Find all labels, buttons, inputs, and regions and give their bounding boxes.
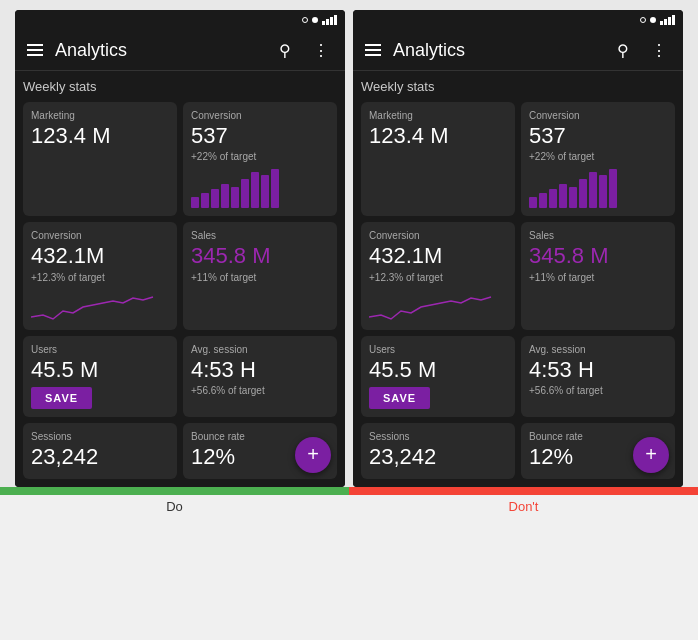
users-value-dont: 45.5 M: [369, 357, 507, 383]
sessions-label-dont: Sessions: [369, 431, 507, 442]
avg-session-label-dont: Avg. session: [529, 344, 667, 355]
dont-section: Don't: [349, 487, 698, 518]
avg-session-label-do: Avg. session: [191, 344, 329, 355]
app-bar-dont: Analytics ⚲ ⋮: [353, 30, 683, 71]
do-section: Do: [0, 487, 349, 518]
search-icon-dont[interactable]: ⚲: [611, 38, 635, 62]
avg-session-subtitle-dont: +56.6% of target: [529, 385, 667, 396]
phone-do: Analytics ⚲ ⋮ Weekly stats Marketing 123…: [15, 10, 345, 487]
save-button-do[interactable]: SAVE: [31, 387, 92, 409]
bar-5: [231, 187, 239, 208]
line-chart-do: [31, 287, 169, 322]
conversion-big-subtitle-do: +12.3% of target: [31, 272, 169, 283]
stats-grid-do: Marketing 123.4 M Conversion 537 +22% of…: [23, 102, 337, 479]
conversion-big-label-dont: Conversion: [369, 230, 507, 241]
users-label-do: Users: [31, 344, 169, 355]
bar-4-dont: [559, 184, 567, 208]
marketing-label-dont: Marketing: [369, 110, 507, 121]
save-button-dont[interactable]: SAVE: [369, 387, 430, 409]
sales-card-dont: Sales 345.8 M +11% of target: [521, 222, 675, 329]
signal-bar-2: [326, 19, 329, 25]
bar-2: [201, 193, 209, 208]
conversion-top-subtitle-dont: +22% of target: [529, 151, 667, 162]
bar-1: [191, 197, 199, 208]
menu-icon-dont[interactable]: [365, 44, 381, 56]
conversion-top-label-do: Conversion: [191, 110, 329, 121]
fab-dont[interactable]: +: [633, 437, 669, 473]
conversion-top-card-dont: Conversion 537 +22% of target: [521, 102, 675, 216]
fab-do[interactable]: +: [295, 437, 331, 473]
marketing-card-do: Marketing 123.4 M: [23, 102, 177, 216]
status-dot-2: [312, 17, 318, 23]
sales-card-do: Sales 345.8 M +11% of target: [183, 222, 337, 329]
bar-8-dont: [599, 175, 607, 208]
bar-5-dont: [569, 187, 577, 208]
line-chart-dont: [369, 287, 507, 322]
dont-label: Don't: [509, 495, 539, 518]
avg-session-card-do: Avg. session 4:53 H +56.6% of target: [183, 336, 337, 417]
conversion-big-subtitle-dont: +12.3% of target: [369, 272, 507, 283]
conversion-top-value-do: 537: [191, 123, 329, 149]
weekly-stats-label-do: Weekly stats: [23, 79, 337, 94]
bar-3-dont: [549, 189, 557, 208]
signal-bar-4-dont: [672, 15, 675, 25]
bar-6: [241, 179, 249, 208]
bounce-rate-card-dont: Bounce rate 12% +: [521, 423, 675, 478]
status-dot-1-dont: [640, 17, 646, 23]
dont-indicator: [349, 487, 698, 495]
status-bar-dont: [353, 10, 683, 30]
users-value-do: 45.5 M: [31, 357, 169, 383]
sales-label-do: Sales: [191, 230, 329, 241]
bar-chart-do: [191, 168, 329, 208]
bar-chart-dont: [529, 168, 667, 208]
users-card-do: Users 45.5 M SAVE: [23, 336, 177, 417]
conversion-big-label-do: Conversion: [31, 230, 169, 241]
signal-bar-2-dont: [664, 19, 667, 25]
avg-session-card-dont: Avg. session 4:53 H +56.6% of target: [521, 336, 675, 417]
users-card-dont: Users 45.5 M SAVE: [361, 336, 515, 417]
search-icon[interactable]: ⚲: [273, 38, 297, 62]
signal-bar-3: [330, 17, 333, 25]
avg-session-subtitle-do: +56.6% of target: [191, 385, 329, 396]
menu-icon[interactable]: [27, 44, 43, 56]
weekly-stats-label-dont: Weekly stats: [361, 79, 675, 94]
bar-6-dont: [579, 179, 587, 208]
signal-bar-4: [334, 15, 337, 25]
bar-1-dont: [529, 197, 537, 208]
users-label-dont: Users: [369, 344, 507, 355]
line-chart-svg-do: [31, 287, 161, 322]
signal-icon: [322, 15, 337, 25]
status-bar-do: [15, 10, 345, 30]
phone-dont: Analytics ⚲ ⋮ Weekly stats Marketing 123…: [353, 10, 683, 487]
marketing-value-do: 123.4 M: [31, 123, 169, 149]
sessions-card-dont: Sessions 23,242: [361, 423, 515, 478]
bar-2-dont: [539, 193, 547, 208]
sessions-card-do: Sessions 23,242: [23, 423, 177, 478]
do-indicator: [0, 487, 349, 495]
signal-bar-1-dont: [660, 21, 663, 25]
app-title-dont: Analytics: [393, 40, 599, 61]
stats-grid-dont: Marketing 123.4 M Conversion 537 +22% of…: [361, 102, 675, 479]
app-bar-do: Analytics ⚲ ⋮: [15, 30, 345, 71]
marketing-value-dont: 123.4 M: [369, 123, 507, 149]
line-chart-svg-dont: [369, 287, 499, 322]
marketing-card-dont: Marketing 123.4 M: [361, 102, 515, 216]
conversion-top-card-do: Conversion 537 +22% of target: [183, 102, 337, 216]
more-icon[interactable]: ⋮: [309, 38, 333, 62]
sessions-value-dont: 23,242: [369, 444, 507, 470]
status-dot-1: [302, 17, 308, 23]
signal-bar-3-dont: [668, 17, 671, 25]
sales-value-do: 345.8 M: [191, 243, 329, 269]
content-do: Weekly stats Marketing 123.4 M Conversio…: [15, 71, 345, 487]
sales-value-dont: 345.8 M: [529, 243, 667, 269]
conversion-top-label-dont: Conversion: [529, 110, 667, 121]
app-title-do: Analytics: [55, 40, 261, 61]
sessions-label-do: Sessions: [31, 431, 169, 442]
do-label: Do: [166, 495, 183, 518]
bar-9: [271, 169, 279, 208]
marketing-label-do: Marketing: [31, 110, 169, 121]
bar-7: [251, 172, 259, 208]
more-icon-dont[interactable]: ⋮: [647, 38, 671, 62]
signal-bar-1: [322, 21, 325, 25]
avg-session-value-do: 4:53 H: [191, 357, 329, 383]
